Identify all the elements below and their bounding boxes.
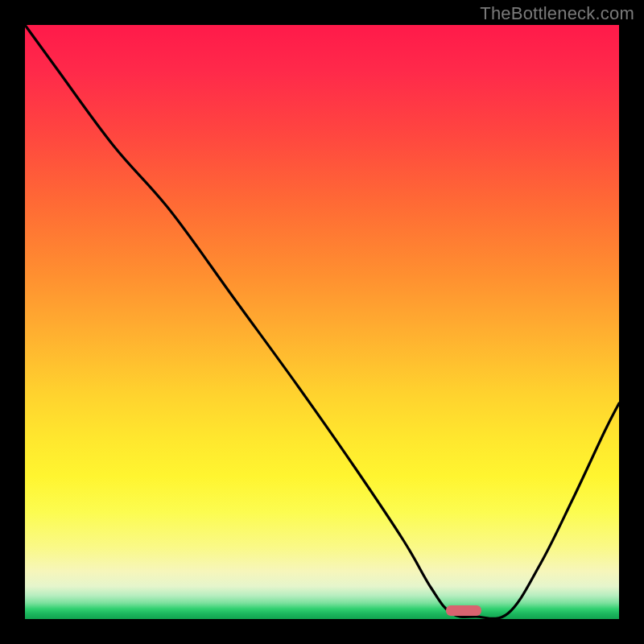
bottleneck-curve [25,25,619,619]
optimum-marker [446,605,481,616]
watermark-text: TheBottleneck.com [480,3,634,24]
chart-frame: TheBottleneck.com [0,0,644,644]
